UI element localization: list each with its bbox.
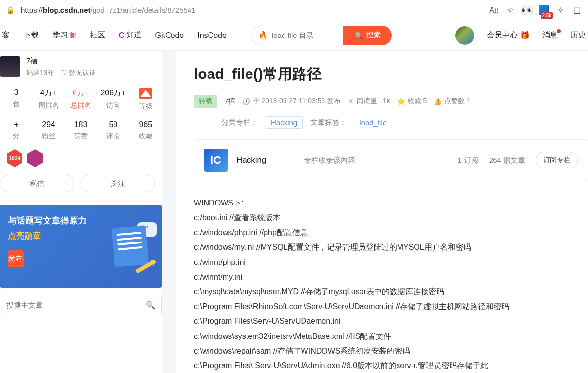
favorite-icon[interactable]: ☆ [505, 5, 516, 16]
notification-dot [557, 29, 561, 33]
stat-original[interactable]: 3创 [0, 88, 32, 111]
promo-illustration [103, 222, 157, 276]
nav-history[interactable]: 历史 [570, 30, 586, 40]
badge-pen-icon[interactable] [27, 149, 43, 167]
private-msg-button[interactable]: 私信 [0, 175, 74, 192]
column-icon: IC [204, 149, 228, 172]
extensions-icon[interactable]: ✧ [555, 5, 566, 16]
search-btn-label: 搜索 [366, 31, 381, 40]
stat-points[interactable]: +分 [0, 120, 32, 141]
eyes-icon[interactable]: 👀 [522, 5, 532, 16]
star-icon: ⭐ [397, 97, 405, 105]
body-line: c:\mysql\data\mysql\user.MYD //存储了mysql.… [194, 284, 588, 299]
body-line: c:/winnt/my.ini [194, 270, 588, 284]
stat-favorites[interactable]: 965收藏 [130, 120, 162, 141]
nav-msg-label: 消息 [542, 30, 558, 40]
search-blog-input[interactable] [6, 301, 146, 309]
author-sidebar: 7禧 码龄13年 🛡 暂无认证 3创 4万+周排名 6万+总排名 206万+访问… [0, 51, 162, 373]
body-line: c:\Program Files\Serv-U\ServUDaemon.ini [194, 314, 588, 329]
repost-tag: 转载 [194, 95, 217, 108]
user-avatar[interactable] [455, 26, 474, 45]
url-path: /god_7z1/article/details/8725541 [91, 6, 196, 14]
category-row: 分类专栏： Hacking 文章标签： load_file [194, 113, 588, 139]
promo-card[interactable]: 与话题写文章得原力 点亮勋章 发布 [0, 205, 162, 288]
category-link[interactable]: Hacking [266, 116, 303, 129]
collections-icon[interactable]: 🟦2.50 [538, 5, 549, 16]
search-icon: 🔍 [354, 31, 363, 40]
meta-author[interactable]: 7禧 [224, 97, 235, 106]
article-title: load_file()常用路径 [194, 64, 588, 84]
stat-fans[interactable]: 294粉丝 [32, 120, 64, 141]
body-line: c:\windows\repair\sam //存储了WINDOWS系统初次安装… [194, 344, 588, 358]
stat-total-rank[interactable]: 6万+总排名 [65, 88, 97, 111]
stat-level[interactable]: 等级 [130, 88, 162, 111]
column-subs: 1 订阅 [457, 156, 478, 165]
tag-link[interactable]: load_file [355, 117, 392, 128]
eye-icon: 👁 [347, 97, 354, 105]
clock-icon: 🕐 [242, 97, 250, 105]
search-input[interactable] [272, 31, 340, 39]
nav-zhidao[interactable]: C知道 [119, 30, 142, 40]
author-avatar[interactable] [0, 56, 20, 77]
body-line: c:/winnt/php.ini [194, 255, 588, 270]
stat-visits[interactable]: 206万+访问 [97, 88, 129, 111]
stats-row-1: 3创 4万+周排名 6万+总排名 206万+访问 等级 [0, 83, 162, 115]
nav-inscode[interactable]: InsCode [197, 31, 227, 40]
search-box[interactable]: 🔥 [251, 26, 343, 45]
browser-address-bar: 🔒 https://blog.csdn.net/god_7z1/article/… [0, 0, 588, 20]
nav-download[interactable]: 下载 [23, 30, 39, 40]
thumbs-up-icon: 👍 [434, 97, 442, 105]
category-label: 分类专栏： [221, 118, 258, 127]
body-line: c:/windows/my.ini //MYSQL配置文件，记录管理员登陆过的M… [194, 240, 588, 255]
article-meta: 转载 7禧 🕐于 2013-03-27 11:03:56 发布 👁阅读量1.1k… [194, 95, 588, 108]
column-name[interactable]: Hacking [236, 155, 266, 165]
author-name[interactable]: 7禧 [26, 56, 157, 66]
body-line: c:\windows\system32\inetsrv\MetaBase.xml… [194, 329, 588, 344]
lock-icon: 🔒 [6, 6, 15, 15]
column-desc: 专栏收录该内容 [304, 156, 449, 165]
search-blog-box[interactable]: 🔍 [0, 295, 162, 315]
stat-week-rank[interactable]: 4万+周排名 [32, 88, 64, 111]
nav-member[interactable]: 会员中心🎁 [487, 30, 530, 40]
badges-row: 1024 [0, 146, 162, 171]
body-line: c:\Program Files\RhinoSoft.com\Serv-U\Se… [194, 299, 588, 314]
stat-comments[interactable]: 59评论 [97, 120, 129, 141]
search-button[interactable]: 🔍搜索 [343, 26, 392, 45]
shield-icon: 🛡 [60, 69, 67, 76]
nav-messages[interactable]: 消息 [542, 30, 558, 40]
stats-row-2: +分 294粉丝 183获赞 59评论 965收藏 [0, 115, 162, 146]
promo-publish-button[interactable]: 发布 [8, 250, 24, 267]
badge-1024-icon[interactable]: 1024 [7, 149, 22, 167]
column-box: IC Hacking 专栏收录该内容 1 订阅 264 篇文章 订阅专栏 [194, 139, 588, 181]
split-screen-icon[interactable]: ◫ [571, 5, 582, 16]
author-age: 码龄13年 [26, 69, 55, 77]
site-nav: 客 下载 学习新 社区 C知道 GitCode InsCode 🔥 🔍搜索 会员… [0, 20, 588, 51]
subscribe-column-button[interactable]: 订阅专栏 [536, 152, 578, 168]
url-input[interactable]: https://blog.csdn.net/god_7z1/article/de… [21, 6, 483, 14]
article-content: load_file()常用路径 转载 7禧 🕐于 2013-03-27 11:0… [176, 51, 588, 373]
nav-learn[interactable]: 学习新 [53, 30, 76, 40]
nav-community[interactable]: 社区 [90, 30, 105, 40]
meta-time: 🕐于 2013-03-27 11:03:56 发布 [242, 97, 341, 106]
nav-member-label: 会员中心 [487, 30, 518, 40]
nav-blog[interactable]: 客 [2, 30, 10, 40]
meta-fav[interactable]: ⭐收藏 5 [397, 97, 427, 106]
follow-button[interactable]: 关注 [81, 175, 155, 192]
level-icon [139, 88, 152, 99]
url-domain: blog.csdn.net [43, 6, 91, 14]
new-badge: 新 [70, 31, 76, 40]
nav-gitcode[interactable]: GitCode [155, 31, 184, 40]
meta-likes[interactable]: 👍点赞数 1 [434, 97, 471, 106]
stat-likes[interactable]: 183获赞 [65, 120, 97, 141]
body-line: c:\Program Files\ Serv-U\ServUAdmin.exe … [194, 358, 588, 373]
fire-icon: 🔥 [258, 31, 268, 40]
gift-icon: 🎁 [520, 31, 530, 40]
author-cert: 🛡 暂无认证 [60, 69, 96, 77]
column-count: 264 篇文章 [489, 156, 525, 165]
body-line: c:/windows/php.ini //php配置信息 [194, 225, 588, 240]
tags-label: 文章标签： [310, 118, 347, 127]
read-aloud-icon[interactable]: A)) [489, 5, 499, 16]
search-icon[interactable]: 🔍 [146, 300, 155, 310]
article-body: WINDOWS下:c:/boot.ini //查看系统版本c:/windows/… [194, 196, 588, 373]
url-prefix: https:// [21, 6, 43, 14]
